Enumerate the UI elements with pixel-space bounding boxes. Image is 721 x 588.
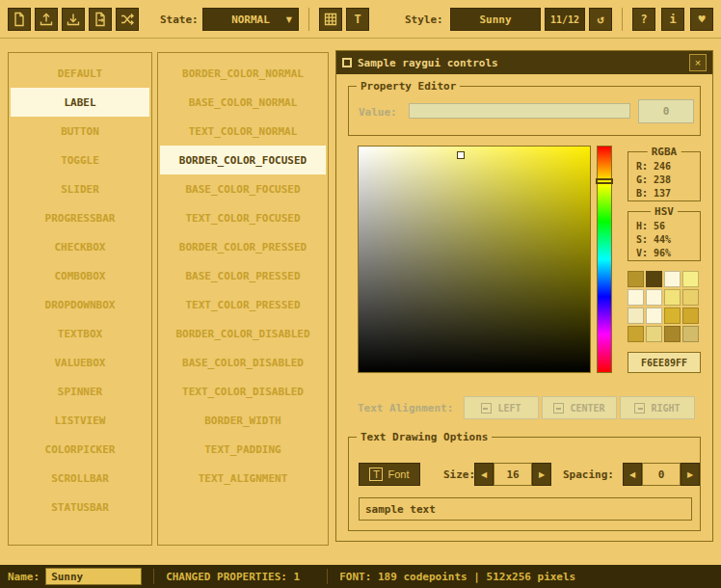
- property-item[interactable]: BASE_COLOR_FOCUSED: [160, 174, 326, 203]
- font-editor-button[interactable]: T: [346, 8, 369, 31]
- control-item-combobox[interactable]: COMBOBOX: [11, 261, 149, 290]
- align-left-button[interactable]: LEFT: [464, 396, 539, 419]
- property-item[interactable]: BASE_COLOR_PRESSED: [160, 261, 326, 290]
- control-item-spinner[interactable]: SPINNER: [11, 377, 149, 406]
- window-titlebar[interactable]: Sample raygui controls ×: [336, 51, 712, 74]
- state-label: State:: [160, 0, 199, 39]
- align-center-button[interactable]: CENTER: [542, 396, 617, 419]
- style-color-palette: [628, 271, 701, 342]
- state-dropdown[interactable]: NORMAL ▼: [202, 8, 299, 31]
- property-item[interactable]: TEXT_COLOR_NORMAL: [160, 117, 326, 146]
- control-item-statusbar[interactable]: STATUSBAR: [11, 493, 149, 521]
- hue-slider-handle[interactable]: [596, 178, 613, 184]
- property-item-selected[interactable]: BORDER_COLOR_FOCUSED: [160, 146, 326, 174]
- close-button[interactable]: ×: [689, 54, 707, 71]
- control-item-slider[interactable]: SLIDER: [11, 174, 149, 203]
- property-item[interactable]: TEXT_COLOR_FOCUSED: [160, 203, 326, 232]
- hue-bar[interactable]: [597, 146, 612, 373]
- arrow-right-icon: ▶: [539, 470, 545, 479]
- window-body: Property Editor Value: 0 RGBA R: 246 G: …: [336, 74, 712, 543]
- property-item[interactable]: BASE_COLOR_DISABLED: [160, 348, 326, 377]
- new-file-icon: [12, 12, 27, 27]
- value-box[interactable]: 0: [638, 99, 694, 123]
- size-increase-button[interactable]: ▶: [532, 463, 551, 486]
- control-item-dropdownbox[interactable]: DROPDOWNBOX: [11, 290, 149, 319]
- control-item-button[interactable]: BUTTON: [11, 117, 149, 146]
- window-title: Sample raygui controls: [358, 57, 498, 69]
- color-swatch[interactable]: [628, 271, 644, 287]
- export-style-button[interactable]: [89, 8, 112, 31]
- sample-text-input[interactable]: sample text: [359, 497, 692, 521]
- sponsor-button[interactable]: ♥: [690, 8, 713, 31]
- control-item-toggle[interactable]: TOGGLE: [11, 146, 149, 174]
- property-item[interactable]: TEXT_COLOR_DISABLED: [160, 377, 326, 406]
- random-style-button[interactable]: [116, 8, 139, 31]
- color-swatch[interactable]: [664, 289, 681, 306]
- size-decrease-button[interactable]: ◀: [474, 463, 494, 486]
- property-item[interactable]: BORDER_COLOR_NORMAL: [160, 59, 326, 88]
- color-swatch[interactable]: [682, 326, 699, 342]
- hsv-v-value: V: 96%: [628, 246, 700, 259]
- hsv-title: HSV: [651, 205, 678, 218]
- control-item-default[interactable]: DEFAULT: [11, 59, 149, 88]
- hsv-group: HSV H: 56 S: 44% V: 96%: [628, 211, 701, 261]
- statusbar-separator: [153, 569, 154, 584]
- color-swatch[interactable]: [682, 289, 699, 306]
- color-cursor[interactable]: [457, 151, 465, 159]
- property-item[interactable]: BORDER_COLOR_PRESSED: [160, 232, 326, 261]
- text-alignment-label: Text Alignment:: [358, 402, 453, 414]
- font-button[interactable]: T Font: [359, 463, 420, 486]
- help-button[interactable]: ?: [632, 8, 655, 31]
- info-icon: i: [669, 13, 676, 26]
- spacing-value-box[interactable]: 0: [642, 463, 681, 486]
- color-swatch[interactable]: [664, 326, 681, 342]
- property-item[interactable]: BORDER_WIDTH: [160, 406, 326, 435]
- control-item-valuebox[interactable]: VALUEBOX: [11, 348, 149, 377]
- reload-style-button[interactable]: ↺: [589, 8, 612, 31]
- control-item-scrollbar[interactable]: SCROLLBAR: [11, 464, 149, 493]
- color-swatch[interactable]: [628, 307, 644, 324]
- color-swatch[interactable]: [682, 271, 699, 287]
- spacing-increase-button[interactable]: ▶: [681, 463, 700, 486]
- load-style-button[interactable]: [35, 8, 58, 31]
- style-name-value: Sunny: [479, 13, 511, 26]
- control-item-progressbar[interactable]: PROGRESSBAR: [11, 203, 149, 232]
- property-item[interactable]: BORDER_COLOR_DISABLED: [160, 319, 326, 348]
- import-arrow-icon: [39, 12, 54, 27]
- control-item-listview[interactable]: LISTVIEW: [11, 406, 149, 435]
- new-style-button[interactable]: [8, 8, 31, 31]
- property-item[interactable]: TEXT_COLOR_PRESSED: [160, 290, 326, 319]
- color-swatch[interactable]: [628, 326, 644, 342]
- control-item-colorpicker[interactable]: COLORPICKER: [11, 435, 149, 464]
- chevron-down-icon: ▼: [286, 15, 292, 24]
- color-swatch[interactable]: [628, 289, 644, 306]
- color-swatch[interactable]: [646, 271, 662, 287]
- value-slider[interactable]: [409, 103, 630, 119]
- control-item-label[interactable]: LABEL: [11, 88, 149, 117]
- color-swatch[interactable]: [664, 307, 681, 324]
- control-item-textbox[interactable]: TEXTBOX: [11, 319, 149, 348]
- color-swatch[interactable]: [646, 307, 662, 324]
- color-swatch[interactable]: [682, 307, 699, 324]
- property-item[interactable]: BASE_COLOR_NORMAL: [160, 88, 326, 117]
- property-item[interactable]: TEXT_PADDING: [160, 435, 326, 464]
- style-table-button[interactable]: [319, 8, 342, 31]
- style-name-input[interactable]: Sunny: [45, 568, 142, 585]
- hex-value-input[interactable]: F6EE89FF: [628, 352, 701, 373]
- spacing-decrease-button[interactable]: ◀: [623, 463, 642, 486]
- controls-list: DEFAULT LABEL BUTTON TOGGLE SLIDER PROGR…: [8, 52, 152, 546]
- arrow-left-icon: ◀: [481, 470, 487, 479]
- color-swatch[interactable]: [646, 289, 662, 306]
- rgba-g-value: G: 238: [628, 173, 700, 186]
- info-button[interactable]: i: [661, 8, 684, 31]
- color-gradient-panel[interactable]: [358, 146, 591, 373]
- color-swatch[interactable]: [646, 326, 662, 342]
- align-right-button[interactable]: RIGHT: [620, 396, 695, 419]
- size-value-box[interactable]: 16: [494, 463, 532, 486]
- property-item[interactable]: TEXT_ALIGNMENT: [160, 464, 326, 493]
- style-name-button[interactable]: Sunny: [450, 8, 541, 31]
- control-item-checkbox[interactable]: CHECKBOX: [11, 232, 149, 261]
- save-style-button[interactable]: [62, 8, 85, 31]
- style-index-badge[interactable]: 11/12: [545, 8, 585, 31]
- color-swatch[interactable]: [664, 271, 681, 287]
